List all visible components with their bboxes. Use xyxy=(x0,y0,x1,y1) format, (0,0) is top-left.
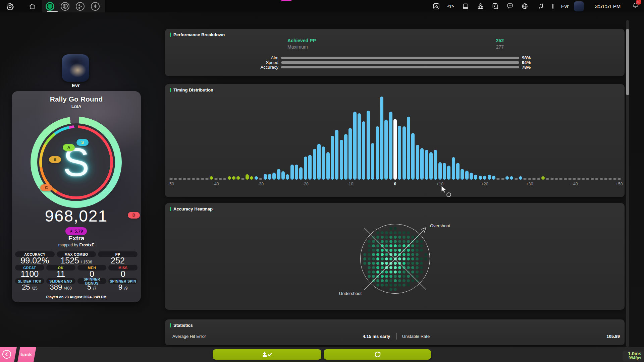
ruleset-mania-icon[interactable] xyxy=(91,2,100,11)
news-feed-icon[interactable] xyxy=(431,0,441,12)
timing-bar xyxy=(299,167,303,180)
retry-arrow-icon xyxy=(374,351,381,358)
timing-bar xyxy=(362,121,365,180)
timing-empty-dash xyxy=(174,178,177,180)
rankings-podium-icon[interactable] xyxy=(475,0,486,12)
timing-empty-dash xyxy=(591,178,594,180)
timing-bar xyxy=(488,175,491,180)
back-button-label[interactable]: back xyxy=(16,347,36,362)
timing-bar xyxy=(389,112,392,180)
timing-bar xyxy=(295,165,298,180)
timing-bar xyxy=(438,162,442,180)
timing-empty-dash xyxy=(550,178,554,180)
catch-dot xyxy=(78,4,80,6)
scrollbar-track[interactable] xyxy=(626,20,629,347)
beatmap-listing-icon[interactable] xyxy=(490,0,500,12)
timing-bar xyxy=(236,176,240,180)
home-icon[interactable] xyxy=(27,0,38,12)
timing-bar xyxy=(371,143,374,180)
axis-tick-label: -30 xyxy=(253,182,268,186)
globe-language-icon[interactable] xyxy=(519,0,530,12)
download-check-icon xyxy=(262,352,272,358)
axis-tick-label: 0 xyxy=(388,182,402,186)
stats-row: ACCURACY99.02%MAX COMBO1525 / 1536PP252 xyxy=(15,251,138,263)
stat-cell-max-combo: MAX COMBO1525 / 1536 xyxy=(57,251,96,263)
timing-empty-dash xyxy=(600,178,603,180)
timing-empty-dash xyxy=(241,178,245,180)
bar-percent: 98% xyxy=(522,55,531,60)
stat-value: 1100 xyxy=(15,270,44,277)
timing-bar xyxy=(322,146,325,180)
timing-empty-dash xyxy=(586,178,589,180)
timing-empty-dash xyxy=(618,178,621,180)
timing-bar xyxy=(281,171,285,180)
chat-bubble-icon[interactable] xyxy=(504,0,515,12)
timing-bar xyxy=(465,171,469,180)
timing-empty-dash xyxy=(537,178,540,180)
stat-cell-slider-tick: SLIDER TICK25 /25 xyxy=(15,278,44,290)
volume-meter[interactable] xyxy=(550,0,555,12)
timing-empty-dash xyxy=(496,178,500,180)
ruleset-osu-icon[interactable] xyxy=(46,2,54,11)
axis-tick-label: +10 xyxy=(433,182,447,186)
timing-bar xyxy=(335,130,338,180)
panel-header: Statistics xyxy=(170,323,193,328)
timing-bar xyxy=(277,169,280,180)
clock: 3:51:51 PM xyxy=(592,0,623,12)
save-replay-button[interactable] xyxy=(213,349,321,360)
timing-bar xyxy=(232,176,235,180)
timing-bar xyxy=(456,163,460,180)
timing-empty-dash xyxy=(178,178,182,180)
player-avatar-large[interactable] xyxy=(62,54,89,82)
timing-bar xyxy=(344,134,347,180)
stat-cell-slider-end: SLIDER END389 /400 xyxy=(46,278,75,290)
timing-bar xyxy=(434,150,437,180)
timing-bar xyxy=(407,117,410,180)
avatar xyxy=(574,1,584,11)
header-tick-icon xyxy=(170,323,171,327)
timing-bar xyxy=(353,112,357,180)
scrollbar-thumb[interactable] xyxy=(626,29,629,95)
bar-percent: 78% xyxy=(522,65,531,70)
logged-in-username[interactable]: Evr xyxy=(557,0,572,12)
timing-bar xyxy=(264,174,267,180)
stat-value: 0 xyxy=(77,270,107,277)
axis-tick-label: -50 xyxy=(164,182,178,186)
timing-empty-dash xyxy=(559,178,562,180)
retry-button[interactable] xyxy=(324,349,431,360)
timing-bar xyxy=(380,97,383,180)
bar-label: Accuracy xyxy=(165,65,278,70)
timing-bar xyxy=(348,128,352,180)
total-score: 968,021 xyxy=(12,208,141,225)
player-name: Evr xyxy=(42,82,109,88)
timing-bar xyxy=(541,176,545,180)
timing-empty-dash xyxy=(259,178,262,180)
performance-bar-row-accuracy: Accuracy78% xyxy=(165,65,625,69)
timing-bar xyxy=(340,140,343,180)
stat-cell-miss: MISS0 xyxy=(108,265,138,277)
timing-empty-dash xyxy=(201,178,204,180)
stat-average-hit-error: Average Hit Error 4.15 ms early xyxy=(172,334,396,339)
timing-empty-dash xyxy=(501,178,504,180)
bar-track xyxy=(281,61,519,64)
back-chevron-icon[interactable] xyxy=(2,350,11,359)
user-avatar-button[interactable] xyxy=(572,0,586,12)
timing-distribution-panel: Timing Distribution -50-40-30-20-100+10+… xyxy=(165,84,625,197)
timing-bar xyxy=(313,149,316,180)
timing-empty-dash xyxy=(187,178,191,180)
osu-results-screen: </> Evr 3:51:51 PM 6 xyxy=(0,0,644,362)
ruleset-catch-icon[interactable] xyxy=(76,2,85,11)
notifications-button[interactable]: 6 xyxy=(629,0,641,12)
timing-bar xyxy=(272,173,276,180)
timing-empty-dash xyxy=(528,178,531,180)
wiki-book-icon[interactable] xyxy=(460,0,471,12)
code-changelog-icon[interactable]: </> xyxy=(445,0,456,12)
now-playing-music-icon[interactable] xyxy=(535,0,546,12)
timing-empty-dash xyxy=(582,178,585,180)
statistics-panel: Statistics Average Hit Error 4.15 ms ear… xyxy=(165,319,625,345)
timing-empty-dash xyxy=(223,178,226,180)
bar-track xyxy=(281,66,519,68)
ruleset-taiko-icon[interactable] xyxy=(61,2,69,11)
selected-ruleset-underline xyxy=(47,11,58,12)
settings-gear-icon[interactable] xyxy=(5,0,15,12)
